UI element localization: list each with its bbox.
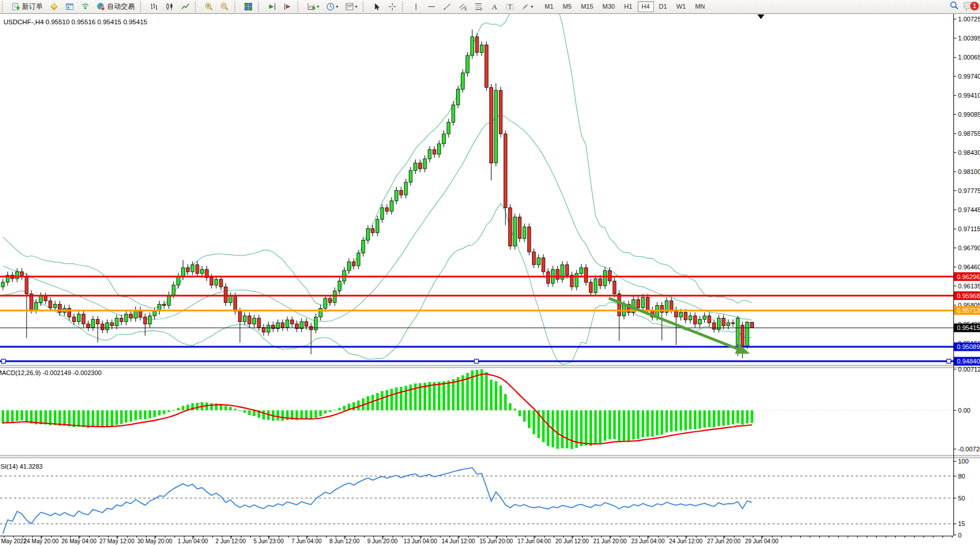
svg-text:0.96296: 0.96296: [957, 273, 980, 280]
svg-text:26 May 04:00: 26 May 04:00: [61, 538, 97, 544]
svg-text:0.95415: 0.95415: [957, 324, 980, 331]
svg-text:0.98100: 0.98100: [958, 168, 980, 175]
svg-text:13 Jun 04:00: 13 Jun 04:00: [404, 538, 437, 544]
svg-text:1.00065: 1.00065: [958, 54, 980, 61]
svg-text:0.97775: 0.97775: [958, 187, 980, 194]
svg-text:100: 100: [958, 458, 968, 465]
chart-canvas[interactable]: USDCHF-,H4 0.95510 0.95516 0.95415 0.954…: [0, 0, 980, 545]
svg-text:24 May 20:00: 24 May 20:00: [24, 538, 59, 544]
svg-text:27 May 12:00: 27 May 12:00: [99, 538, 135, 544]
svg-text:0.95713: 0.95713: [957, 307, 980, 314]
svg-text:0: 0: [958, 532, 961, 539]
svg-text:0.95968: 0.95968: [957, 292, 980, 299]
svg-text:8 Jun 12:00: 8 Jun 12:00: [330, 538, 360, 544]
svg-text:0.98755: 0.98755: [958, 130, 980, 137]
line-selection-handle: [2, 359, 6, 364]
svg-text:1 Jun 04:00: 1 Jun 04:00: [177, 538, 208, 544]
macd-label: MACD(12,26,9) -0.002149 -0.002300: [0, 369, 102, 376]
svg-text:24 Jun 12:00: 24 Jun 12:00: [669, 538, 702, 544]
line-selection-handle: [475, 359, 479, 364]
svg-text:14 Jun 12:00: 14 Jun 12:00: [442, 538, 475, 544]
svg-text:0.99410: 0.99410: [958, 92, 980, 99]
line-selection-handle: [947, 359, 951, 364]
svg-text:23 Jun 04:00: 23 Jun 04:00: [631, 538, 665, 544]
svg-text:0.96790: 0.96790: [958, 244, 980, 251]
svg-text:1.00395: 1.00395: [958, 35, 980, 42]
svg-text:15: 15: [958, 520, 965, 527]
svg-text:May 2022: May 2022: [1, 538, 27, 544]
svg-text:0.96460: 0.96460: [958, 264, 980, 270]
svg-text:7 Jun 04:00: 7 Jun 04:00: [291, 538, 322, 544]
svg-text:0.98430: 0.98430: [958, 149, 980, 156]
svg-text:1.00725: 1.00725: [958, 16, 980, 23]
svg-text:20 Jun 12:00: 20 Jun 12:00: [555, 538, 589, 544]
svg-text:9 Jun 20:00: 9 Jun 20:00: [367, 538, 398, 544]
svg-text:50: 50: [958, 495, 965, 502]
svg-text:15 Jun 20:00: 15 Jun 20:00: [479, 538, 513, 544]
svg-text:17 Jun 04:00: 17 Jun 04:00: [517, 538, 551, 544]
svg-text:30 May 20:00: 30 May 20:00: [137, 538, 172, 544]
svg-text:0.96135: 0.96135: [958, 283, 980, 290]
svg-text:-0.007201: -0.007201: [958, 446, 980, 453]
svg-text:0.95089: 0.95089: [957, 343, 980, 350]
svg-text:0.00: 0.00: [958, 407, 970, 414]
svg-text:2 Jun 12:00: 2 Jun 12:00: [216, 538, 246, 544]
svg-text:27 Jun 20:00: 27 Jun 20:00: [707, 538, 741, 544]
svg-text:0.94840: 0.94840: [957, 358, 980, 365]
svg-text:0.97445: 0.97445: [958, 206, 980, 213]
svg-text:21 Jun 20:00: 21 Jun 20:00: [593, 538, 627, 544]
svg-text:0.99740: 0.99740: [958, 73, 980, 80]
svg-text:0.99085: 0.99085: [958, 111, 980, 118]
svg-text:0.97115: 0.97115: [958, 225, 980, 232]
rsi-label: RSI(14) 41.3283: [0, 463, 43, 470]
svg-text:80: 80: [958, 473, 965, 480]
svg-text:5 Jun 23:00: 5 Jun 23:00: [253, 538, 284, 544]
chart-title: USDCHF-,H4 0.95510 0.95516 0.95415 0.954…: [3, 18, 147, 25]
svg-text:0.007125: 0.007125: [958, 366, 980, 373]
svg-text:29 Jun 04:00: 29 Jun 04:00: [745, 538, 778, 544]
